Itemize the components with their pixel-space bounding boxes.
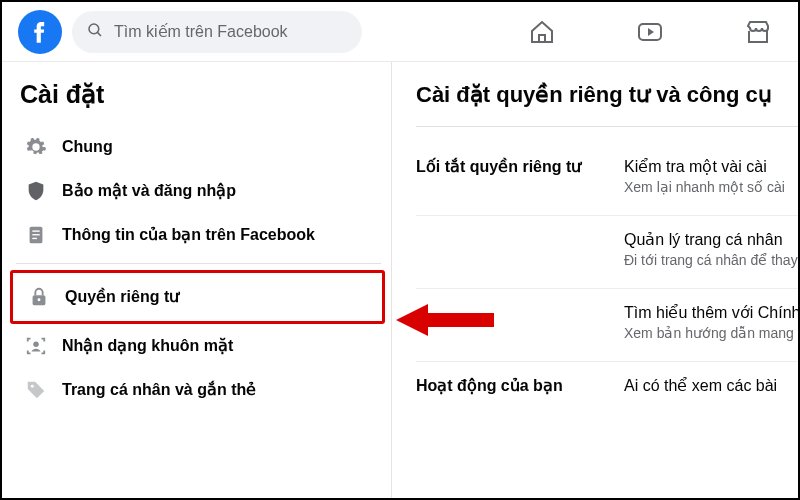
svg-line-1 [97,32,101,36]
home-icon[interactable] [528,18,556,46]
svg-rect-4 [32,230,39,231]
search-placeholder: Tìm kiếm trên Facebook [114,22,288,41]
watch-icon[interactable] [636,18,664,46]
header: Tìm kiếm trên Facebook [2,2,798,62]
marketplace-icon[interactable] [744,18,772,46]
section-label: Lối tắt quyền riêng tư [416,157,606,195]
search-input[interactable]: Tìm kiếm trên Facebook [72,11,362,53]
lock-icon [27,285,51,309]
sidebar-item-label: Thông tin của bạn trên Facebook [62,225,315,245]
activity-item-head[interactable]: Ai có thể xem các bài [624,376,798,395]
svg-rect-6 [32,238,37,239]
shortcut-item-head[interactable]: Kiểm tra một vài cài [624,157,798,176]
privacy-section-shortcuts: Lối tắt quyền riêng tư Kiểm tra một vài … [416,143,798,216]
shortcut-item-sub: Đi tới trang cá nhân để thay đổi quan hệ… [624,252,798,268]
shortcut-item-sub: Xem lại nhanh một số cài [624,179,798,195]
page-title: Cài đặt quyền riêng tư và công cụ [416,82,798,118]
shortcut-item-sub: Xem bản hướng dẫn mang [624,325,798,341]
sidebar-item-face-recognition[interactable]: Nhận dạng khuôn mặt [16,324,381,368]
svg-point-0 [89,24,99,34]
sidebar-item-label: Trang cá nhân và gắn thẻ [62,380,256,400]
face-recognition-icon [24,334,48,358]
shield-icon [24,179,48,203]
shortcut-item-head[interactable]: Tìm hiểu thêm với Chính [624,303,798,322]
sidebar-title: Cài đặt [16,80,381,125]
sidebar-item-label: Bảo mật và đăng nhập [62,181,236,201]
privacy-section-row: Quản lý trang cá nhân Đi tới trang cá nh… [416,216,798,289]
svg-point-8 [38,298,41,301]
shortcut-item-head[interactable]: Quản lý trang cá nhân [624,230,798,249]
svg-rect-5 [32,234,39,235]
body: Cài đặt Chung Bảo mật và đăng nhập Thông… [2,62,798,498]
sidebar-item-label: Nhận dạng khuôn mặt [62,336,233,356]
main-panel: Cài đặt quyền riêng tư và công cụ Lối tắ… [392,62,798,498]
svg-point-9 [33,341,39,347]
sidebar-item-privacy[interactable]: Quyền riêng tư [10,270,385,324]
main-divider [416,126,798,127]
search-icon [86,21,104,43]
sidebar-item-label: Chung [62,137,113,157]
sidebar-item-profile-tagging[interactable]: Trang cá nhân và gắn thẻ [16,368,381,412]
top-nav [372,18,782,46]
settings-sidebar: Cài đặt Chung Bảo mật và đăng nhập Thông… [2,62,392,498]
sidebar-item-your-info[interactable]: Thông tin của bạn trên Facebook [16,213,381,257]
sidebar-divider [16,263,381,264]
privacy-section-row: Tìm hiểu thêm với Chính Xem bản hướng dẫ… [416,289,798,362]
sidebar-item-general[interactable]: Chung [16,125,381,169]
sidebar-item-label: Quyền riêng tư [65,287,179,307]
facebook-logo[interactable] [18,10,62,54]
document-icon [24,223,48,247]
section-label: Hoạt động của bạn [416,376,606,398]
sidebar-item-security[interactable]: Bảo mật và đăng nhập [16,169,381,213]
privacy-section-activity: Hoạt động của bạn Ai có thể xem các bài [416,362,798,418]
gear-icon [24,135,48,159]
tag-icon [24,378,48,402]
svg-point-10 [31,385,34,388]
